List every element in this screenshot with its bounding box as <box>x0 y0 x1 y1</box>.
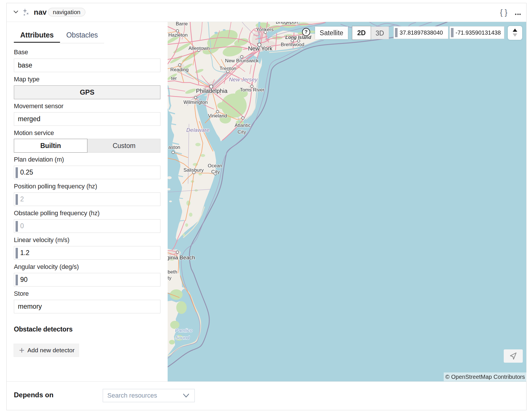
svg-text:ty: ty <box>168 275 172 281</box>
svg-text:Barre: Barre <box>176 22 188 27</box>
svg-text:beth: beth <box>168 269 177 275</box>
svg-text:Yonkers: Yonkers <box>256 27 274 32</box>
svg-text:Reading: Reading <box>170 67 188 72</box>
svg-text:Trenton: Trenton <box>220 66 236 71</box>
svg-text:Atlantic: Atlantic <box>235 123 251 128</box>
svg-text:Vineland: Vineland <box>208 113 227 119</box>
svg-text:New Brunswick: New Brunswick <box>225 58 259 63</box>
svg-text:Wilmington: Wilmington <box>183 100 208 105</box>
svg-text:New York: New York <box>248 45 273 52</box>
svg-text:Philadelphia: Philadelphia <box>196 88 228 94</box>
svg-text:Virginia Beach: Virginia Beach <box>168 254 195 261</box>
svg-text:City: City <box>211 169 220 175</box>
svg-text:Salisbury: Salisbury <box>183 167 204 173</box>
svg-text:Brentwood: Brentwood <box>281 42 304 47</box>
svg-text:Pamlico: Pamlico <box>175 328 192 333</box>
svg-text:Delaware: Delaware <box>186 127 209 133</box>
svg-text:Bridgeport: Bridgeport <box>276 22 299 25</box>
svg-text:Sound: Sound <box>175 335 190 340</box>
svg-text:aston: aston <box>168 145 180 150</box>
svg-text:City: City <box>237 129 246 135</box>
svg-text:ter: ter <box>171 76 177 81</box>
svg-text:Allentown: Allentown <box>188 46 210 51</box>
svg-text:Toms River: Toms River <box>240 87 264 93</box>
svg-text:Ocean: Ocean <box>208 163 222 168</box>
svg-text:Hazleton: Hazleton <box>168 32 188 38</box>
svg-text:New Jersey: New Jersey <box>229 76 258 83</box>
